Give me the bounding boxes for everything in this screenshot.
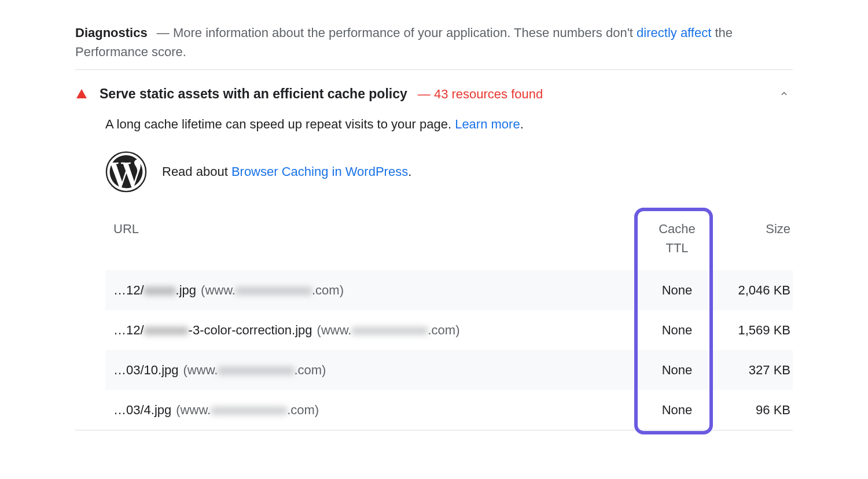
col-url: URL bbox=[105, 213, 642, 270]
url-path-suffix: -3-color-correction.jpg bbox=[189, 323, 312, 337]
chevron-up-icon bbox=[779, 89, 789, 99]
ttl-cell: None bbox=[642, 390, 712, 430]
diagnostics-title: Diagnostics bbox=[75, 25, 148, 40]
audit-summary-row[interactable]: Serve static assets with an efficient ca… bbox=[75, 78, 793, 115]
domain-redacted: xxxxxxxxxxxx bbox=[218, 363, 294, 377]
url-path-redacted: xxxxx bbox=[144, 283, 176, 297]
url-domain: (www.xxxxxxxxxxxx.com) bbox=[317, 323, 460, 337]
domain-suffix: .com) bbox=[428, 323, 459, 337]
url-path-redacted: xxxxxxx bbox=[144, 323, 189, 337]
resource-table: URL Cache TTL Size …12/xxxxx.jpg(www.xxx… bbox=[105, 213, 793, 430]
audit-count: — 43 resources found bbox=[418, 84, 543, 104]
domain-prefix: (www. bbox=[176, 403, 211, 417]
table-row[interactable]: …12/xxxxx.jpg(www.xxxxxxxxxxxx.com)None2… bbox=[105, 270, 793, 310]
wp-suffix: . bbox=[408, 164, 411, 179]
size-cell: 96 KB bbox=[712, 390, 793, 430]
wordpress-text: Read about Browser Caching in WordPress. bbox=[162, 162, 411, 181]
domain-prefix: (www. bbox=[317, 323, 352, 337]
ttl-cell: None bbox=[642, 310, 712, 350]
domain-prefix: (www. bbox=[183, 363, 218, 377]
table-row[interactable]: …03/4.jpg(www.xxxxxxxxxxxx.com)None96 KB bbox=[105, 390, 793, 430]
col-ttl: Cache TTL bbox=[642, 213, 712, 270]
resource-table-wrap: URL Cache TTL Size …12/xxxxx.jpg(www.xxx… bbox=[105, 213, 793, 430]
size-cell: 1,569 KB bbox=[712, 310, 793, 350]
domain-prefix: (www. bbox=[201, 283, 236, 297]
wordpress-icon bbox=[105, 151, 147, 193]
wordpress-row: Read about Browser Caching in WordPress. bbox=[105, 151, 793, 193]
domain-suffix: .com) bbox=[294, 363, 326, 377]
url-path-suffix: .jpg bbox=[176, 283, 196, 297]
url-cell: …03/4.jpg(www.xxxxxxxxxxxx.com) bbox=[105, 390, 642, 430]
size-cell: 327 KB bbox=[712, 350, 793, 390]
url-path-prefix: …12/ bbox=[113, 323, 144, 337]
directly-affect-link[interactable]: directly affect bbox=[637, 25, 711, 40]
table-row[interactable]: …03/10.jpg(www.xxxxxxxxxxxx.com)None327 … bbox=[105, 350, 793, 390]
audit-cache-policy: Serve static assets with an efficient ca… bbox=[75, 70, 793, 430]
audit-desc-suffix: . bbox=[520, 117, 524, 131]
url-cell: …12/xxxxxxx-3-color-correction.jpg(www.x… bbox=[105, 310, 642, 350]
diagnostics-header: Diagnostics — More information about the… bbox=[75, 17, 793, 70]
ttl-cell: None bbox=[642, 350, 712, 390]
url-cell: …03/10.jpg(www.xxxxxxxxxxxx.com) bbox=[105, 350, 642, 390]
table-row[interactable]: …12/xxxxxxx-3-color-correction.jpg(www.x… bbox=[105, 310, 793, 350]
url-domain: (www.xxxxxxxxxxxx.com) bbox=[201, 283, 344, 297]
domain-suffix: .com) bbox=[287, 403, 319, 417]
audit-title: Serve static assets with an efficient ca… bbox=[100, 84, 407, 104]
url-domain: (www.xxxxxxxxxxxx.com) bbox=[183, 363, 326, 377]
url-path-prefix: …12/ bbox=[113, 283, 144, 297]
wp-caching-link[interactable]: Browser Caching in WordPress bbox=[231, 164, 408, 179]
col-size: Size bbox=[712, 213, 793, 270]
url-path-prefix: …03/10.jpg bbox=[113, 363, 179, 377]
diagnostics-desc-prefix: — More information about the performance… bbox=[157, 25, 637, 40]
fail-triangle-icon bbox=[76, 89, 87, 98]
domain-redacted: xxxxxxxxxxxx bbox=[236, 283, 312, 297]
domain-suffix: .com) bbox=[312, 283, 344, 297]
url-path-prefix: …03/4.jpg bbox=[113, 403, 171, 417]
url-cell: …12/xxxxx.jpg(www.xxxxxxxxxxxx.com) bbox=[105, 270, 642, 310]
url-domain: (www.xxxxxxxxxxxx.com) bbox=[176, 403, 319, 417]
domain-redacted: xxxxxxxxxxxx bbox=[351, 323, 428, 337]
audit-description: A long cache lifetime can speed up repea… bbox=[105, 115, 793, 134]
audit-body: A long cache lifetime can speed up repea… bbox=[75, 115, 793, 430]
size-cell: 2,046 KB bbox=[712, 270, 793, 310]
ttl-cell: None bbox=[642, 270, 712, 310]
learn-more-link[interactable]: Learn more bbox=[455, 117, 520, 131]
domain-redacted: xxxxxxxxxxxx bbox=[211, 403, 287, 417]
wp-prefix: Read about bbox=[162, 164, 231, 179]
audit-desc-prefix: A long cache lifetime can speed up repea… bbox=[105, 117, 455, 131]
